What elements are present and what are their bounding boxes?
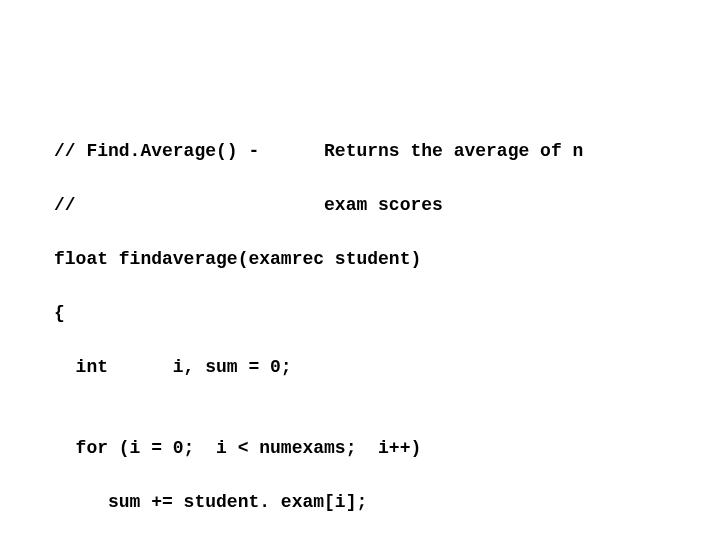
code-line-2: float findaverage(examrec student) [54, 246, 720, 273]
code-line-1: // exam scores [54, 192, 720, 219]
code-line-0: // Find.Average() - Returns the average … [54, 138, 720, 165]
code-line-3: { [54, 300, 720, 327]
code-line-6: for (i = 0; i < numexams; i++) [54, 435, 720, 462]
code-line-7: sum += student. exam[i]; [54, 489, 720, 516]
code-line-4: int i, sum = 0; [54, 354, 720, 381]
